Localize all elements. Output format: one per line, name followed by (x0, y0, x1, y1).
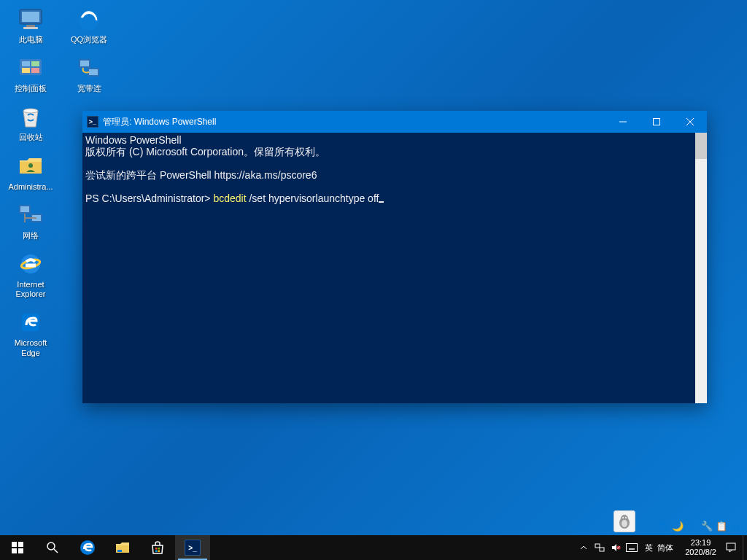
svg-rect-38 (18, 548, 23, 553)
ime-indicator[interactable]: 英 简体 (642, 542, 676, 553)
term-line: 尝试新的跨平台 PowerShell https://aka.ms/pscore… (85, 169, 317, 181)
svg-rect-5 (22, 61, 30, 66)
edge-icon (16, 308, 45, 337)
controlpanel-icon (16, 53, 45, 82)
powershell-window: >_ 管理员: Windows PowerShell Windows Power… (82, 111, 707, 403)
desktop-icon-network[interactable]: 网络 (4, 201, 57, 241)
svg-rect-45 (158, 548, 160, 550)
term-prompt: PS C:\Users\Administrator> (85, 192, 213, 204)
svg-point-33 (622, 517, 624, 518)
close-button[interactable] (673, 111, 707, 133)
desktop-icon-qqbrowser[interactable]: QQ浏览器 (63, 4, 115, 44)
wrench-icon[interactable]: 🔧 (701, 520, 713, 532)
taskbar-spacer (210, 535, 575, 560)
svg-point-21 (82, 14, 96, 27)
desktop-icon-userfolder[interactable]: Administra... (4, 152, 57, 192)
svg-point-39 (47, 542, 55, 550)
svg-rect-35 (12, 542, 17, 547)
folder-icon (16, 152, 45, 181)
scrollbar[interactable] (695, 133, 707, 403)
svg-rect-44 (155, 548, 158, 550)
svg-line-40 (54, 549, 58, 553)
svg-rect-25 (89, 69, 98, 75)
desktop-icon-label: QQ浏览器 (71, 35, 107, 44)
maximize-button[interactable] (640, 111, 673, 133)
taskbar-edge[interactable] (70, 535, 105, 560)
tray-keyboard-icon[interactable] (626, 542, 638, 553)
desktop-icon-edge[interactable]: Microsoft Edge (4, 308, 57, 357)
penguin-icon (616, 513, 632, 529)
taskbar-explorer[interactable] (105, 535, 140, 560)
svg-rect-1 (22, 12, 39, 22)
start-button[interactable] (0, 535, 35, 560)
svg-point-9 (23, 109, 38, 113)
tray-chevron[interactable] (578, 542, 589, 553)
punct-icon[interactable]: °, (686, 520, 698, 532)
powershell-icon: >_ (185, 540, 201, 556)
term-line: Windows PowerShell (85, 134, 182, 146)
taskbar-store[interactable] (140, 535, 175, 560)
clipboard-icon[interactable]: 📋 (716, 520, 727, 532)
scrollbar-thumb[interactable] (695, 133, 707, 159)
search-button[interactable] (35, 535, 70, 560)
system-tray: 英 简体 23:19 2020/8/2 (575, 535, 743, 560)
svg-rect-8 (31, 68, 39, 73)
ime-lang[interactable]: 英 (657, 520, 669, 532)
ime-shape: 简体 (657, 542, 673, 553)
clock-time: 23:19 (685, 538, 716, 548)
svg-rect-19 (22, 314, 39, 331)
minimize-button[interactable] (606, 111, 640, 133)
desktop-icon-label: 网络 (23, 231, 39, 241)
cursor-icon (379, 201, 384, 203)
term-command: bcdedit (213, 192, 246, 204)
folder-icon (115, 540, 131, 556)
ime-floating-bar[interactable]: 英 🌙 °, 🔧 📋 ☺ (654, 518, 745, 534)
svg-rect-52 (627, 544, 638, 552)
svg-point-34 (625, 517, 627, 518)
window-controls (606, 111, 707, 133)
pc-icon (16, 4, 45, 34)
moon-icon[interactable]: 🌙 (672, 520, 684, 532)
clock[interactable]: 23:19 2020/8/2 (681, 538, 721, 556)
qq-tray-popup[interactable] (614, 510, 635, 532)
svg-rect-2 (26, 25, 35, 27)
svg-rect-12 (20, 206, 29, 212)
desktop-icons-col2: QQ浏览器 宽带连 (63, 4, 115, 93)
tray-volume-icon[interactable] (610, 542, 622, 553)
svg-rect-58 (727, 543, 735, 550)
desktop-icon-label: Microsoft Edge (4, 338, 57, 357)
svg-rect-36 (18, 542, 23, 547)
desktop-icon-label: Internet Explorer (4, 280, 57, 299)
recyclebin-icon (16, 102, 45, 131)
svg-rect-23 (80, 61, 89, 66)
svg-rect-46 (155, 551, 158, 553)
svg-rect-7 (22, 68, 30, 73)
smile-icon[interactable]: ☺ (730, 520, 742, 532)
svg-rect-49 (600, 548, 604, 551)
svg-rect-37 (12, 548, 17, 553)
svg-point-32 (622, 520, 627, 527)
window-title: 管理员: Windows PowerShell (103, 116, 606, 128)
term-line: 版权所有 (C) Microsoft Corporation。保留所有权利。 (85, 146, 325, 158)
qqbrowser-icon (74, 4, 104, 34)
ime-lang: 英 (645, 542, 653, 553)
desktop-icon-recyclebin[interactable]: 回收站 (4, 102, 57, 142)
desktop-icon-broadband[interactable]: 宽带连 (63, 53, 115, 93)
desktop-icon-label: Administra... (8, 182, 53, 192)
ie-icon (16, 249, 45, 279)
edge-icon (79, 539, 96, 556)
terminal-body[interactable]: Windows PowerShell 版权所有 (C) Microsoft Co… (82, 133, 707, 403)
windows-icon (12, 542, 23, 553)
window-titlebar[interactable]: >_ 管理员: Windows PowerShell (82, 111, 707, 133)
desktop-icon-thispc[interactable]: 此电脑 (4, 4, 57, 44)
svg-rect-27 (654, 119, 660, 125)
svg-rect-6 (31, 61, 39, 66)
desktop-icon-label: 控制面板 (15, 84, 47, 93)
svg-rect-43 (117, 550, 122, 552)
action-center-icon[interactable] (725, 542, 737, 553)
tray-network-icon[interactable] (594, 542, 605, 553)
taskbar-powershell[interactable]: >_ (175, 535, 210, 560)
show-desktop-button[interactable] (743, 535, 747, 560)
desktop-icon-controlpanel[interactable]: 控制面板 (4, 53, 57, 93)
desktop-icon-ie[interactable]: Internet Explorer (4, 249, 57, 299)
